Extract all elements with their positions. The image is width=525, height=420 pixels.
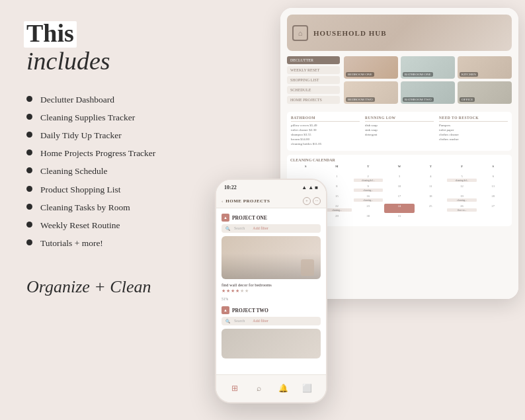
project-one-header: ▲ PROJECT ONE — [222, 214, 321, 222]
room-label: BEDROOM ONE — [346, 72, 374, 77]
bullet-icon — [26, 132, 32, 138]
list-item: Tutorials + more! — [26, 237, 192, 249]
star-3: ★ — [231, 288, 235, 294]
cal-event: cleaning del... — [354, 179, 383, 182]
room-bedroom-two[interactable]: BEDROOM TWO — [344, 81, 398, 104]
room-bathroom-one[interactable]: BATHROOM ONE — [401, 56, 455, 79]
title-includes: includes — [26, 48, 192, 75]
search-bar-two[interactable]: 🔍 Search Add filter — [222, 317, 321, 325]
supply-item: toilet cleaner $2.30 — [291, 128, 360, 132]
list-item: Product Shopping List — [26, 184, 192, 196]
list-item: Weekly Reset Routine — [26, 220, 192, 231]
bottom-image-icon[interactable]: ⬜ — [302, 383, 313, 395]
supply-col-running-low: RUNNING LOW dish soap sink soap detergen… — [365, 116, 434, 147]
cal-date: 23 — [353, 204, 384, 213]
tablet-main-section: DECLUTTER WEEKLY RESET SHOPPING LIST SCH… — [287, 56, 512, 104]
bottom-bell-icon[interactable]: 🔔 — [277, 383, 289, 395]
project-figure — [301, 259, 314, 276]
room-bathroom-two[interactable]: BATHROOM TWO — [401, 81, 455, 104]
room-img: OFFICE — [458, 81, 512, 104]
supply-item: dish soap — [365, 124, 434, 127]
filter-label-two[interactable]: Add filter — [253, 319, 268, 323]
cal-date: 20 — [478, 194, 508, 203]
phone-status-bar: 10:22 ▲ ▲ ■ — [216, 180, 326, 194]
supply-col-title: BATHROOM — [291, 116, 360, 122]
phone-menu-icon[interactable]: ··· — [313, 197, 321, 205]
cal-day-header: T — [415, 164, 446, 173]
cal-event: cleaning... — [354, 198, 383, 202]
phone-action-icons: + ··· — [303, 197, 321, 205]
supply-col-title: NEED TO RESTOCK — [439, 116, 508, 122]
project-two-header: ▲ PROJECT TWO — [222, 306, 321, 314]
supply-item: cleaning bottles $11.05 — [291, 142, 360, 146]
cal-date: 1 — [321, 174, 352, 183]
room-label: KITCHEN — [460, 72, 478, 77]
project-icon: ▲ — [222, 214, 229, 222]
project-one-section: ▲ PROJECT ONE 🔍 Search Add filter find w… — [222, 214, 321, 301]
cal-event: cleaning... — [447, 198, 476, 202]
main-container: This includes Declutter Dashboard Cleani… — [0, 0, 525, 420]
bullet-icon — [26, 222, 32, 228]
nav-item-weekly[interactable]: WEEKLY RESET — [287, 66, 340, 74]
room-office[interactable]: OFFICE — [458, 81, 512, 104]
cal-date: 3 — [384, 174, 415, 183]
star-5: ★ — [240, 288, 244, 294]
supply-item: pillow covers $5.49 — [291, 124, 360, 127]
cal-date: 2cleaning del... — [353, 174, 384, 183]
project-two-image — [222, 329, 321, 358]
project-task-label: find wall decor for bedrooms — [222, 282, 321, 287]
supply-item: clothes washer — [439, 138, 508, 141]
bullet-icon — [26, 167, 32, 173]
filter-label[interactable]: Add filter — [253, 226, 268, 231]
search-icon: 🔍 — [225, 226, 230, 231]
title-this: This — [26, 20, 74, 48]
supply-item: toilet paper — [439, 128, 508, 132]
phone-nav-bar: ‹ HOME PROJECTS + ··· — [216, 194, 326, 208]
cal-date: 11 — [415, 184, 446, 193]
supply-item: shampoo $3.55 — [291, 133, 360, 136]
phone-add-icon[interactable]: + — [303, 197, 311, 205]
cal-date-today: 24 — [384, 204, 415, 213]
project-two-title: PROJECT TWO — [232, 308, 268, 314]
nav-item-projects[interactable]: HOME PROJECTS — [287, 96, 340, 104]
project-two-section: ▲ PROJECT TWO 🔍 Search Add filter — [222, 306, 321, 358]
phone-signal-icons: ▲ ▲ ■ — [302, 185, 318, 190]
bullet-icon — [26, 239, 32, 245]
title-this-wrap: This — [26, 20, 74, 48]
room-label: BEDROOM TWO — [346, 97, 375, 102]
cal-day-header: W — [384, 164, 415, 173]
supply-col-restock: NEED TO RESTOCK Pampers toilet paper clo… — [439, 116, 508, 147]
cal-date: 31 — [384, 214, 415, 223]
cal-event: cleaning del... — [447, 179, 476, 182]
cal-date: 27 — [478, 204, 508, 213]
room-img: KITCHEN — [458, 56, 512, 79]
room-bedroom-one[interactable]: BEDROOM ONE — [344, 56, 398, 79]
project-one-image — [222, 236, 321, 279]
supply-item: detergent — [365, 133, 434, 136]
nav-item-shopping[interactable]: SHOPPING LIST — [287, 76, 340, 84]
nav-item-declutter[interactable]: DECLUTTER — [287, 56, 340, 64]
supply-item: clothes cleaner — [439, 133, 508, 136]
search-bar[interactable]: 🔍 Search Add filter — [222, 224, 321, 233]
supply-col-bathroom: BATHROOM pillow covers $5.49 toilet clea… — [291, 116, 360, 147]
cal-date: 4 — [415, 174, 446, 183]
phone-nav-title: HOME PROJECTS — [225, 198, 300, 204]
cal-date: 10 — [384, 184, 415, 193]
search-icon-two: 🔍 — [225, 319, 230, 323]
room-img: BATHROOM TWO — [401, 81, 455, 104]
room-kitchen[interactable]: KITCHEN — [458, 56, 512, 79]
cal-event: floor xx... — [447, 208, 476, 212]
left-panel: This includes Declutter Dashboard Cleani… — [0, 0, 212, 420]
bottom-grid-icon[interactable]: ⊞ — [229, 383, 241, 395]
supply-col-title: RUNNING LOW — [365, 116, 434, 122]
progress-label: 51% — [222, 297, 321, 301]
supply-item: Pampers — [439, 124, 508, 127]
tagline: Organize + Clean — [26, 277, 192, 297]
bottom-search-icon[interactable]: ⌕ — [253, 383, 265, 395]
nav-item-schedule[interactable]: SCHEDULE — [287, 86, 340, 94]
cal-date: 5cleaning del... — [446, 174, 477, 183]
phone-content: ▲ PROJECT ONE 🔍 Search Add filter find w… — [216, 208, 326, 374]
cal-date: 6 — [478, 174, 508, 183]
phone-back-button[interactable]: ‹ — [222, 198, 223, 204]
list-item: Cleaning Tasks by Room — [26, 202, 192, 214]
